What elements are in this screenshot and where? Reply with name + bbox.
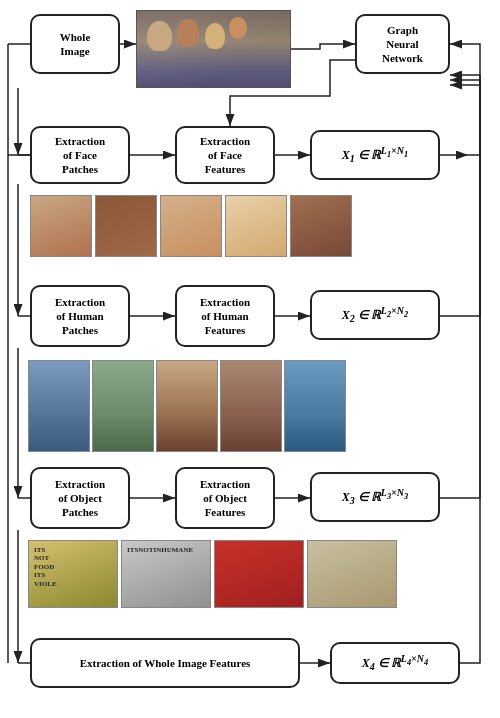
main-image [136, 10, 291, 88]
human-features-label: Extractionof HumanFeatures [200, 295, 250, 338]
x2-formula: X2 ∈ ℝL2×N2 [342, 304, 408, 325]
diagram: Whole Image Graph Neural Network Extract… [0, 0, 500, 718]
object-img-3 [214, 540, 304, 608]
x2-formula-box: X2 ∈ ℝL2×N2 [310, 290, 440, 340]
x1-formula: X1 ∈ ℝL1×N1 [342, 144, 408, 165]
object-features-label: Extractionof ObjectFeatures [200, 477, 250, 520]
whole-image-label: Whole Image [60, 30, 91, 59]
human-strip [28, 360, 346, 452]
object-patches-label: Extraction of Object Patches [55, 477, 105, 520]
face-features-box: Extraction of Face Features [175, 126, 275, 184]
face-strip [30, 195, 352, 257]
object-img-2: ITSNOTINHUMANE [121, 540, 211, 608]
face-img-3 [160, 195, 222, 257]
face-features-label: Extraction of Face Features [200, 134, 250, 177]
human-img-3 [156, 360, 218, 452]
x1-formula-box: X1 ∈ ℝL1×N1 [310, 130, 440, 180]
face-img-5 [290, 195, 352, 257]
object-strip: ITSNOTFOODITSVIOLE ITSNOTINHUMANE [28, 540, 397, 608]
human-img-1 [28, 360, 90, 452]
arrows-svg [0, 0, 500, 718]
object-img-1: ITSNOTFOODITSVIOLE [28, 540, 118, 608]
object-features-box: Extractionof ObjectFeatures [175, 467, 275, 529]
object-patches-box: Extraction of Object Patches [30, 467, 130, 529]
gnn-box: Graph Neural Network [355, 14, 450, 74]
face-patches-box: Extraction of Face Patches [30, 126, 130, 184]
human-patches-box: Extraction of Human Patches [30, 285, 130, 347]
gnn-label: Graph Neural Network [382, 23, 423, 66]
x4-formula: X4 ∈ ℝL4×N4 [362, 652, 428, 673]
human-img-4 [220, 360, 282, 452]
x3-formula-box: X3 ∈ ℝL3×N3 [310, 472, 440, 522]
whole-features-label: Extraction of Whole Image Features [80, 656, 251, 670]
face-patches-label: Extraction of Face Patches [55, 134, 105, 177]
object-img-4 [307, 540, 397, 608]
face-img-4 [225, 195, 287, 257]
face-img-2 [95, 195, 157, 257]
human-img-2 [92, 360, 154, 452]
whole-features-box: Extraction of Whole Image Features [30, 638, 300, 688]
human-features-box: Extractionof HumanFeatures [175, 285, 275, 347]
x3-formula: X3 ∈ ℝL3×N3 [342, 486, 408, 507]
face-img-1 [30, 195, 92, 257]
human-img-5 [284, 360, 346, 452]
whole-image-box: Whole Image [30, 14, 120, 74]
x4-formula-box: X4 ∈ ℝL4×N4 [330, 642, 460, 684]
human-patches-label: Extraction of Human Patches [55, 295, 105, 338]
